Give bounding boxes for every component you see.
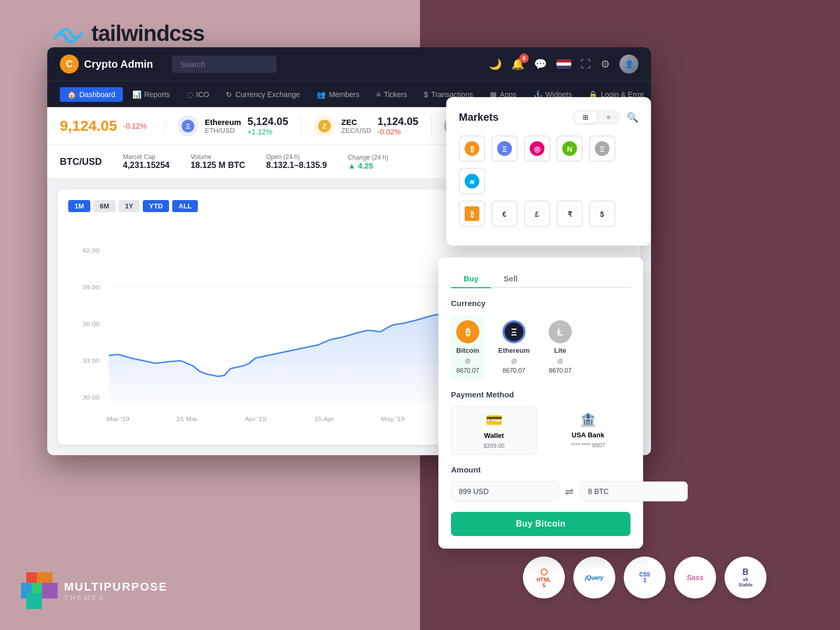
badge-bootstrap: B v5Stable: [724, 556, 766, 598]
crypto-eth-btn[interactable]: Ξ: [491, 135, 518, 162]
swap-icon[interactable]: ⇌: [565, 485, 574, 498]
svg-text:Ξ: Ξ: [502, 145, 507, 153]
markets-header: Markets ⊞ ≡ 🔍: [459, 110, 638, 125]
moon-icon[interactable]: 🌙: [489, 58, 502, 70]
svg-text:₹: ₹: [568, 210, 572, 218]
markets-search-icon[interactable]: 🔍: [627, 112, 638, 123]
svg-text:39.00: 39.00: [82, 284, 100, 291]
nav-item-members[interactable]: 👥 Members: [309, 87, 366, 102]
buy-bitcoin-button[interactable]: Buy Bitcoin: [451, 512, 631, 536]
crypto-dot-btn[interactable]: ◎: [524, 135, 550, 162]
svg-text:$: $: [600, 210, 604, 218]
svg-text:N: N: [567, 145, 572, 153]
ticker-item-btc: 9,124.05 -0.12%: [60, 118, 165, 134]
fiat-eur-btn[interactable]: €: [491, 201, 518, 227]
fiat-usd-btn[interactable]: $: [589, 201, 615, 227]
svg-text:May '19: May '19: [381, 416, 405, 423]
avatar[interactable]: 👤: [620, 55, 638, 74]
bell-icon[interactable]: 🔔: [511, 58, 524, 70]
fiat-icons-row: ₿ € £ ₹ $: [459, 201, 638, 227]
payment-section-title: Payment Method: [451, 390, 631, 399]
bank-icon: 🏦: [580, 412, 596, 428]
nav-item-reports[interactable]: 📊 Reports: [125, 87, 177, 102]
period-1y[interactable]: 1Y: [119, 200, 140, 212]
avatar-inner: 👤: [620, 55, 638, 74]
ticker-item-zec: Z ZEC ZEC/USD 1,124.05 -0.02%: [301, 116, 432, 136]
currency-ethereum[interactable]: Ξ Ethereum @ 8670.07: [493, 315, 535, 380]
svg-text:₿: ₿: [470, 145, 474, 153]
crypto-neo-btn[interactable]: N: [556, 135, 583, 162]
pair-name: BTC/USD: [60, 156, 102, 167]
open-stat: Open (24 h) 8.132.1–8.135.9: [266, 153, 327, 170]
zec-info: ZEC ZEC/USD: [341, 118, 371, 134]
wallet-icon: 💳: [486, 412, 502, 428]
logo-letter: C: [66, 59, 73, 70]
eth-price-info: 5,124.05 +1.12%: [247, 116, 288, 136]
currency-litecoin[interactable]: Ł Lite @ 8670.07: [543, 315, 577, 380]
svg-text:Ξ: Ξ: [511, 327, 517, 338]
fiat-inr-btn[interactable]: ₹: [556, 201, 583, 227]
tab-buy[interactable]: Buy: [451, 270, 491, 288]
fiat-btc-btn[interactable]: ₿: [459, 201, 485, 227]
crypto-eth2-btn[interactable]: Ξ: [589, 135, 615, 162]
settings-icon[interactable]: ⚙: [601, 58, 610, 70]
currency-options: ₿ Bitcoin @ 8670.07 Ξ Ethereum @ 8670.07…: [451, 315, 631, 380]
amount-usd-input[interactable]: [451, 481, 559, 501]
badge-html5: ⬡ HTML5: [523, 556, 565, 598]
payment-bank[interactable]: 🏦 USA Bank **** **** 8907: [545, 406, 631, 455]
nav-icons: 🌙 🔔 💬 ⛶ ⚙ 👤: [489, 55, 638, 74]
chat-icon[interactable]: 💬: [534, 58, 547, 70]
tailwind-title: tailwindcss: [91, 21, 204, 46]
ethereum-icon: Ξ: [502, 320, 526, 343]
toggle-list[interactable]: ≡: [598, 111, 619, 123]
flag-icon[interactable]: [556, 59, 571, 69]
volume-stat: Volume 18.125 M BTC: [191, 153, 245, 170]
search-input[interactable]: [172, 56, 277, 73]
crypto-icons-top-row: ₿ Ξ ◎ N Ξ ≋: [459, 135, 638, 194]
zec-icon: Z: [314, 116, 335, 136]
nav-logo-icon: C: [60, 55, 79, 74]
nav-item-tickers[interactable]: ≡ Tickers: [369, 87, 415, 102]
currency-bitcoin[interactable]: ₿ Bitcoin @ 8670.07: [451, 315, 485, 380]
svg-text:£: £: [535, 210, 539, 218]
badge-jquery: jQuery: [573, 556, 615, 598]
buy-panel: Buy Sell Currency ₿ Bitcoin @ 8670.07 Ξ …: [438, 257, 643, 549]
period-ytd[interactable]: YTD: [143, 200, 169, 212]
tailwind-logo-icon: [52, 23, 84, 44]
eth-info: Ethereum ETH/USD: [205, 118, 241, 134]
nav-item-ico[interactable]: ◌ ICO: [180, 87, 217, 102]
amount-section: ⇌: [451, 481, 631, 501]
svg-text:42.00: 42.00: [82, 247, 100, 254]
svg-text:≋: ≋: [469, 178, 475, 186]
period-all[interactable]: ALL: [172, 200, 198, 212]
payment-wallet[interactable]: 💳 Wallet $209.00: [451, 406, 537, 455]
btc-price-left: 9,124.05: [60, 118, 117, 134]
badge-sass: Sass: [674, 556, 716, 598]
fiat-gbp-btn[interactable]: £: [524, 201, 550, 227]
badge-css3: CSS3: [624, 556, 666, 598]
svg-text:Z: Z: [322, 122, 327, 130]
toggle-grid[interactable]: ⊞: [574, 111, 597, 123]
bitcoin-icon: ₿: [456, 320, 479, 343]
crypto-xrp-btn[interactable]: ≋: [459, 168, 485, 194]
amount-inputs: ⇌: [451, 481, 631, 501]
btc-change-left: -0.12%: [123, 122, 146, 130]
svg-text:Ξ: Ξ: [186, 122, 190, 130]
period-1m[interactable]: 1M: [68, 200, 90, 212]
fullscreen-icon[interactable]: ⛶: [581, 58, 591, 70]
amount-btc-input[interactable]: [580, 481, 688, 501]
eth-icon: Ξ: [177, 116, 198, 136]
svg-text:Ξ: Ξ: [600, 145, 604, 153]
tab-sell[interactable]: Sell: [491, 270, 530, 288]
svg-text:Mar '19: Mar '19: [107, 416, 130, 423]
svg-text:◎: ◎: [534, 145, 541, 153]
nav-item-currency-exchange[interactable]: ↻ Currency Exchange: [218, 87, 307, 102]
period-6m[interactable]: 6M: [93, 200, 116, 212]
svg-text:₿: ₿: [466, 327, 470, 338]
svg-text:30.00: 30.00: [82, 394, 100, 401]
nav-item-dashboard[interactable]: 🏠 Dashboard: [60, 87, 123, 102]
svg-text:15 Mar: 15 Mar: [176, 416, 198, 423]
svg-text:Ł: Ł: [558, 327, 563, 338]
crypto-btc-btn[interactable]: ₿: [459, 135, 485, 162]
svg-text:Apr '19: Apr '19: [245, 416, 266, 423]
